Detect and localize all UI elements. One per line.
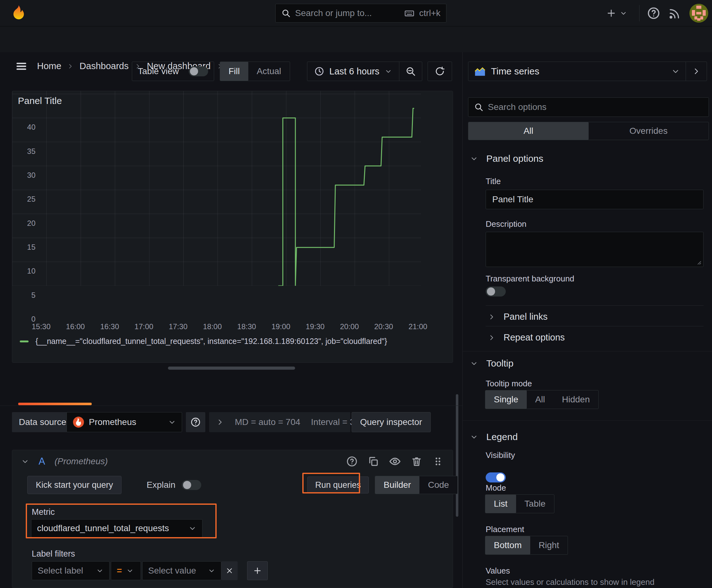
grafana-logo[interactable] [9, 4, 28, 22]
tooltip-all-option[interactable]: All [527, 391, 554, 408]
builder-option[interactable]: Builder [375, 476, 419, 494]
mega-menu-button[interactable] [15, 60, 28, 74]
run-queries-button[interactable]: Run queries [307, 477, 369, 493]
table-view-control: Table view [132, 62, 214, 81]
divider [486, 305, 704, 306]
new-button[interactable] [606, 6, 627, 20]
legend-title: Legend [486, 432, 518, 442]
refresh-button[interactable] [428, 62, 452, 81]
code-option[interactable]: Code [419, 476, 457, 494]
resize-handle-icon[interactable] [695, 258, 702, 266]
chevron-down-icon [96, 567, 104, 574]
panel-preview: Panel Title 0510152025303540 15:3016:001… [12, 91, 453, 363]
select-label-placeholder: Select label [38, 566, 92, 576]
tooltip-single-option[interactable]: Single [486, 391, 527, 408]
query-inspector-button[interactable]: Query inspector [352, 412, 431, 432]
transparent-background-toggle[interactable] [486, 287, 506, 296]
hide-response-eye-icon[interactable] [389, 455, 401, 468]
tooltip-hidden-option[interactable]: Hidden [554, 391, 598, 408]
transparent-background-label: Transparent background [486, 274, 574, 284]
close-icon [225, 567, 234, 575]
visualization-picker[interactable]: Time series [468, 62, 707, 81]
placement-bottom-option[interactable]: Bottom [486, 536, 530, 554]
panel-links-header[interactable]: Panel links [488, 312, 547, 322]
values-hint: Select values or calculations to show in… [486, 577, 654, 587]
breadcrumb-bar: Home Dashboards New dashboard Edit panel… [0, 27, 712, 52]
panel-title-field[interactable] [486, 190, 704, 209]
legend-item[interactable]: {__name__="cloudflared_tunnel_total_requ… [20, 337, 387, 346]
search-icon [281, 8, 291, 18]
panel-title-input[interactable] [492, 194, 697, 205]
operator-dropdown[interactable]: = [111, 561, 141, 580]
datasource-help-button[interactable] [186, 412, 205, 432]
explain-toggle[interactable] [182, 480, 201, 490]
breadcrumb-home[interactable]: Home [37, 61, 61, 71]
overrides-tab[interactable]: Overrides [589, 122, 709, 140]
builder-code-segment: Builder Code [375, 476, 458, 494]
rss-icon [668, 7, 681, 20]
kick-start-query-button[interactable]: Kick start your query [27, 476, 122, 494]
section-divider [463, 351, 712, 352]
repeat-options-title: Repeat options [503, 332, 565, 343]
chevron-down-icon [470, 154, 478, 163]
datasource-label-cell: Data source [12, 412, 73, 432]
metric-select[interactable]: cloudflared_tunnel_total_requests [31, 519, 202, 538]
description-textarea[interactable] [486, 232, 703, 267]
panel-title[interactable]: Panel Title [18, 96, 62, 106]
repeat-options-header[interactable]: Repeat options [488, 332, 565, 343]
news-button[interactable] [668, 7, 681, 21]
fill-option[interactable]: Fill [220, 62, 248, 81]
query-row-header[interactable]: A (Prometheus) [12, 450, 453, 473]
search-options-input[interactable] [488, 102, 703, 112]
chevron-right-icon [488, 313, 495, 321]
collapse-pane-button[interactable] [686, 62, 707, 81]
query-ref-hint: (Prometheus) [55, 456, 108, 466]
query-editor-card: A (Prometheus) Kick start your query Exp… [12, 450, 453, 588]
search-shortcut: ctrl+k [419, 8, 440, 18]
legend-header[interactable]: Legend [470, 432, 518, 442]
select-label-dropdown[interactable]: Select label [32, 561, 110, 580]
mode-list-option[interactable]: List [486, 495, 516, 513]
placement-right-option[interactable]: Right [530, 536, 567, 554]
delete-query-icon[interactable] [411, 456, 423, 467]
panel-resize-handle[interactable] [168, 366, 295, 370]
search-options-box[interactable] [468, 97, 709, 117]
mode-table-option[interactable]: Table [516, 495, 554, 513]
add-filter-button[interactable] [247, 561, 268, 580]
legend-swatch [20, 340, 28, 342]
global-search-box[interactable]: ctrl+k [275, 4, 447, 23]
chevron-down-icon [168, 418, 176, 426]
datasource-picker[interactable]: Prometheus [67, 412, 182, 432]
panel-options-header[interactable]: Panel options [470, 153, 543, 164]
vertical-scrollbar-thumb[interactable] [456, 394, 458, 517]
top-nav-bar: ctrl+k [0, 0, 712, 26]
query-options-group[interactable]: MD = auto = 704 Interval = 30s [209, 412, 350, 432]
duplicate-query-icon[interactable] [367, 456, 379, 467]
chevron-down-icon [126, 567, 134, 574]
all-tab[interactable]: All [468, 122, 589, 140]
help-button[interactable] [647, 6, 661, 21]
panel-options-title: Panel options [486, 153, 543, 164]
legend-visibility-toggle[interactable] [486, 472, 506, 482]
time-series-chart[interactable] [12, 91, 421, 286]
tooltip-header[interactable]: Tooltip [470, 358, 514, 369]
drag-handle-icon[interactable] [432, 456, 444, 467]
breadcrumb-dashboards[interactable]: Dashboards [80, 61, 128, 71]
chevron-right-icon [216, 418, 224, 426]
time-range-button[interactable]: Last 6 hours [307, 62, 399, 81]
user-avatar[interactable] [689, 4, 708, 24]
keyboard-icon [404, 8, 415, 19]
prometheus-icon [72, 416, 84, 428]
time-range-label: Last 6 hours [329, 66, 380, 77]
placement-label: Placement [486, 525, 524, 534]
query-tabs-row: Query 1 Transform data 0 Alert 0 [0, 379, 462, 406]
datasource-value: Prometheus [89, 417, 164, 427]
description-field[interactable] [486, 232, 704, 267]
actual-option[interactable]: Actual [248, 62, 290, 81]
global-search-input[interactable] [295, 8, 400, 18]
table-view-toggle[interactable] [189, 66, 208, 76]
remove-filter-button[interactable] [221, 561, 238, 580]
select-value-dropdown[interactable]: Select value [142, 561, 221, 580]
zoom-out-button[interactable] [399, 62, 422, 81]
query-help-icon[interactable] [346, 456, 358, 467]
